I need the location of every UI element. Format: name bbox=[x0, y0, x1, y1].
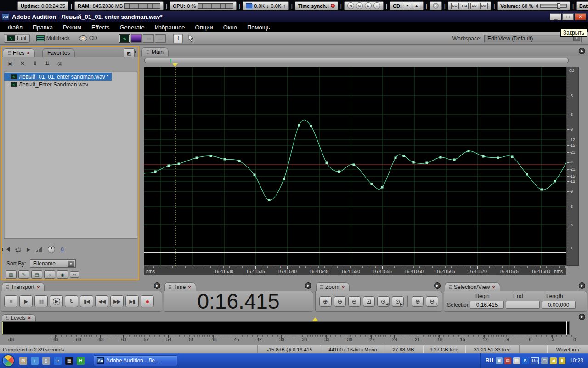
sample-point[interactable] bbox=[298, 124, 300, 126]
tray-bluetooth-icon[interactable]: B bbox=[522, 357, 529, 364]
menu-item-6[interactable]: Опции bbox=[190, 24, 218, 31]
files-list[interactable]: ∿Левый_01_01. enter sandman.wav *∿Левый_… bbox=[4, 71, 137, 239]
show-audio-files-toggle[interactable]: ▥ bbox=[6, 270, 17, 279]
drive-button-lw[interactable]: LW bbox=[480, 3, 488, 9]
time-panel-menu-button[interactable]: ▶ bbox=[305, 282, 311, 289]
level-meter[interactable] bbox=[2, 321, 570, 335]
sample-point[interactable] bbox=[154, 171, 157, 173]
drive-button-lo[interactable]: LO bbox=[451, 3, 459, 9]
file-list-item[interactable]: ∿Левый_01_01. enter sandman.wav * bbox=[4, 73, 112, 80]
sync-button-n[interactable]: N bbox=[347, 2, 354, 9]
sample-point[interactable] bbox=[268, 199, 271, 201]
sync-button-i[interactable]: I bbox=[373, 2, 380, 9]
tray-network-icon[interactable]: ▣ bbox=[496, 357, 503, 364]
sync-button-c[interactable]: C bbox=[356, 2, 363, 9]
sample-point[interactable] bbox=[395, 157, 397, 159]
sample-point[interactable] bbox=[511, 156, 514, 158]
tray-antivirus-icon[interactable]: ▤ bbox=[504, 357, 511, 364]
sample-point[interactable] bbox=[210, 155, 212, 157]
waveform-display-button[interactable]: ∿ bbox=[119, 34, 130, 43]
spectral-display-button[interactable] bbox=[131, 34, 142, 43]
zoom-panel-menu-button[interactable]: ▶ bbox=[434, 282, 441, 289]
sample-point[interactable] bbox=[453, 159, 456, 161]
insert-into-multitrack-button[interactable]: ⇊ bbox=[43, 60, 52, 68]
play-from-cursor-button[interactable]: ▶ bbox=[50, 295, 63, 307]
sample-point[interactable] bbox=[254, 174, 256, 176]
sample-point[interactable] bbox=[426, 162, 428, 164]
sample-point[interactable] bbox=[554, 180, 556, 183]
zoom-in-left-edge-button[interactable]: ⊙◀ bbox=[377, 296, 390, 307]
filter-eye-toggle[interactable]: ◉ bbox=[57, 270, 68, 279]
show-midi-files-toggle[interactable]: ♪ bbox=[44, 270, 55, 279]
sample-point[interactable] bbox=[283, 178, 285, 180]
zoom-in-horizontal-button[interactable]: ⊕↔ bbox=[319, 296, 332, 307]
start-button[interactable] bbox=[2, 354, 15, 367]
tab-transport-close-icon[interactable]: × bbox=[37, 284, 40, 290]
language-indicator-1[interactable]: RU bbox=[486, 357, 493, 364]
go-to-beginning-button[interactable]: ▮◀ bbox=[80, 295, 93, 307]
transport-panel-menu-button[interactable]: ▶ bbox=[154, 282, 160, 289]
tab-levels[interactable]: Levels × bbox=[2, 314, 36, 321]
menu-item-4[interactable]: Generate bbox=[115, 24, 150, 31]
sample-point[interactable] bbox=[371, 183, 373, 185]
cd-view-button[interactable]: CD bbox=[76, 34, 100, 42]
files-options-toggle[interactable]: ◩ bbox=[124, 48, 135, 58]
sort-by-dropdown[interactable]: Filename ▼ bbox=[30, 259, 76, 268]
menu-item-2[interactable]: Режим bbox=[58, 24, 86, 31]
menu-item-1[interactable]: Правка bbox=[28, 24, 58, 31]
tab-transport[interactable]: Transport × bbox=[2, 282, 45, 291]
show-video-files-toggle[interactable]: ▤ bbox=[31, 270, 42, 279]
show-loop-files-toggle[interactable]: ↻ bbox=[18, 270, 29, 279]
close-file-button[interactable]: ✕ bbox=[18, 60, 27, 68]
drive-button-sd[interactable]: SD bbox=[470, 3, 478, 9]
session-overview-bar[interactable] bbox=[144, 58, 569, 63]
tab-zoom-close-icon[interactable]: × bbox=[342, 284, 345, 290]
sample-point[interactable] bbox=[403, 155, 405, 157]
auto-play-speaker-icon[interactable] bbox=[6, 247, 10, 252]
pause-button[interactable]: ▮▮ bbox=[34, 295, 48, 307]
menu-item-7[interactable]: Окно bbox=[218, 24, 242, 31]
tray-battery-icon[interactable]: ▮ bbox=[559, 357, 565, 364]
timeline-ruler[interactable]: hms hms 16.4153016.4153516.4154016.41545… bbox=[144, 266, 566, 275]
playhead-marker-top[interactable] bbox=[172, 63, 178, 67]
drive-button-rb[interactable]: RB bbox=[461, 3, 469, 9]
sample-point[interactable] bbox=[310, 125, 312, 127]
play-button[interactable]: ▶ bbox=[19, 295, 33, 307]
amplitude-ruler[interactable]: dB-3-6-9-12-15-21-∞-21-15-12-9-6-3-1 bbox=[566, 67, 579, 266]
edit-view-button[interactable]: ∿ Edit bbox=[4, 34, 30, 43]
menu-item-0[interactable]: Файл bbox=[3, 24, 28, 31]
tab-zoom[interactable]: Zoom × bbox=[316, 282, 350, 291]
quick-launch-punto-icon[interactable]: ▦ bbox=[65, 357, 73, 365]
sample-point[interactable] bbox=[482, 155, 485, 158]
quick-launch-app-icon[interactable]: H bbox=[77, 357, 85, 365]
sample-point[interactable] bbox=[178, 163, 180, 165]
taskbar-clock[interactable]: 10:23 bbox=[570, 357, 583, 364]
sample-point[interactable] bbox=[196, 157, 198, 159]
rewind-button[interactable]: ◀◀ bbox=[95, 295, 108, 307]
sample-point[interactable] bbox=[541, 189, 543, 191]
spectral-pan-display-button[interactable]: ▤ bbox=[143, 34, 154, 43]
go-to-end-button[interactable]: ▶▮ bbox=[125, 295, 139, 307]
spectral-phase-display-button[interactable]: ▭ bbox=[155, 34, 166, 43]
cd-eject-button[interactable]: ▼ bbox=[404, 3, 411, 9]
tab-files[interactable]: Files × bbox=[3, 48, 35, 57]
sample-point[interactable] bbox=[381, 186, 384, 189]
zoom-to-selection-button[interactable]: ⊡ bbox=[363, 296, 375, 307]
sample-point[interactable] bbox=[353, 164, 355, 166]
sample-point[interactable] bbox=[168, 165, 170, 167]
main-panel-menu-button[interactable]: ▶ bbox=[579, 48, 585, 54]
show-full-path-toggle[interactable]: c:\ bbox=[70, 271, 79, 278]
tray-volume-icon[interactable]: ◀ bbox=[550, 357, 557, 364]
tray-display-icon[interactable]: ▢ bbox=[541, 357, 548, 364]
tab-selection-view-close-icon[interactable]: × bbox=[492, 284, 495, 290]
stop-button[interactable]: ■ bbox=[4, 295, 17, 307]
minimize-button[interactable]: ▁ bbox=[550, 13, 561, 20]
quick-launch-mail-icon[interactable]: ✉ bbox=[19, 357, 27, 365]
tab-levels-close-icon[interactable]: × bbox=[28, 315, 31, 321]
zoom-out-full-button[interactable]: ⊖ bbox=[348, 296, 361, 307]
tab-selection-view[interactable]: Selection/View × bbox=[445, 282, 500, 291]
record-button[interactable]: ● bbox=[141, 295, 154, 307]
waveform-svg[interactable] bbox=[144, 67, 567, 266]
tray-app-icon[interactable]: ▥ bbox=[513, 357, 520, 364]
sync-button-s[interactable]: S bbox=[365, 2, 372, 9]
